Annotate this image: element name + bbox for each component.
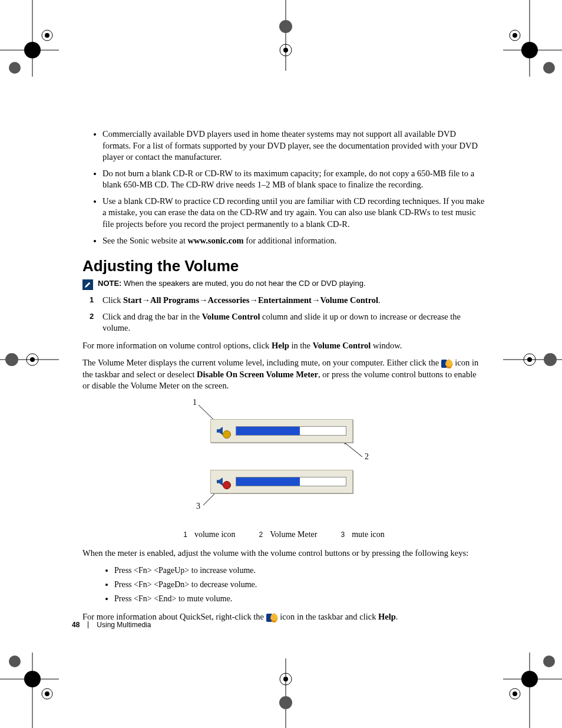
note-callout: NOTE: When the speakers are muted, you d… — [82, 279, 485, 290]
legend-text: mute icon — [352, 530, 385, 539]
legend-num: 3 — [340, 531, 345, 539]
legend-num: 2 — [259, 531, 263, 539]
footer-section: Using Multimedia — [97, 621, 151, 629]
note-text: NOTE: When the speakers are muted, you d… — [98, 279, 366, 289]
page-number: 48 — [72, 621, 80, 629]
text: in the — [289, 341, 313, 350]
svg-point-38 — [513, 691, 517, 696]
step-item: Click and drag the bar in the Volume Con… — [103, 311, 485, 334]
list-item: Press <Fn> <End> to mute volume. — [114, 594, 485, 604]
mute-icon — [217, 475, 230, 488]
text-bold: Help — [272, 341, 289, 350]
text: The Volume Meter displays the current vo… — [82, 358, 441, 367]
crop-mark-icon — [259, 653, 312, 706]
steps-list: Click Start→All Programs→Accessories→Ent… — [82, 295, 485, 334]
list-item: Use a blank CD-RW to practice CD recordi… — [103, 196, 485, 230]
list-item: Do not burn a blank CD-R or CD-RW to its… — [103, 168, 485, 191]
crop-mark-icon — [6, 653, 59, 706]
text: Click — [103, 295, 123, 305]
quickset-icon — [266, 613, 278, 622]
volume-meter-diagram: 1 2 3 — [157, 398, 411, 522]
text-bold: Help — [378, 612, 396, 621]
callout-lines — [157, 398, 411, 522]
intro-bullet-list: Commercially available DVD players used … — [82, 129, 485, 246]
text: Click and drag the bar in the — [103, 312, 202, 321]
legend-text: Volume Meter — [270, 530, 317, 539]
svg-point-23 — [279, 696, 292, 709]
body-paragraph: For more information on volume control o… — [82, 340, 485, 352]
crop-mark-icon — [503, 653, 556, 706]
text: . — [378, 295, 381, 305]
volume-icon — [217, 424, 230, 437]
note-body: When the speakers are muted, you do not … — [124, 279, 365, 288]
menu-path: Start→All Programs→Accessories→Entertain… — [123, 295, 378, 305]
diagram-legend: 1volume icon 2Volume Meter 3mute icon — [82, 530, 485, 539]
legend-num: 1 — [183, 531, 187, 539]
body-paragraph: When the meter is enabled, adjust the vo… — [82, 548, 485, 559]
text-bold: Disable On Screen Volume Meter — [197, 370, 318, 379]
text: icon in the taskbar and click — [278, 612, 378, 621]
text-bold: Volume Control — [313, 341, 371, 350]
sonic-url: www.sonic.com — [188, 236, 244, 245]
text: window. — [371, 341, 402, 350]
text: For more information about QuickSet, rig… — [82, 612, 266, 621]
body-paragraph: The Volume Meter displays the current vo… — [82, 357, 485, 392]
note-pencil-icon — [82, 279, 93, 290]
text: For more information on volume control o… — [82, 341, 272, 350]
text: . — [396, 612, 398, 621]
list-item: Press <Fn> <PageUp> to increase volume. — [114, 565, 485, 576]
callout-number: 2 — [365, 452, 369, 462]
callout-number: 1 — [193, 398, 197, 407]
volume-bar-fill — [236, 477, 300, 486]
list-item: Press <Fn> <PageDn> to decrease volume. — [114, 579, 485, 590]
text: See the Sonic website at — [103, 236, 188, 245]
volume-bar — [236, 426, 346, 436]
footer-separator — [88, 621, 88, 628]
svg-point-39 — [543, 655, 555, 667]
volume-bar-fill — [236, 427, 300, 435]
volume-meter-muted — [210, 470, 353, 493]
list-item: Commercially available DVD players used … — [103, 129, 485, 163]
svg-point-22 — [283, 677, 288, 681]
text: for additional information. — [244, 236, 337, 245]
legend-item: 2Volume Meter — [259, 530, 318, 539]
note-label: NOTE: — [98, 279, 124, 288]
svg-point-12 — [24, 671, 41, 687]
volume-meter-unmuted — [210, 419, 353, 443]
legend-text: volume icon — [194, 530, 236, 539]
volume-bar — [236, 477, 346, 486]
list-item: See the Sonic website at www.sonic.com f… — [103, 235, 485, 247]
quickset-icon — [441, 359, 453, 368]
step-item: Click Start→All Programs→Accessories→Ent… — [103, 295, 485, 307]
section-heading: Adjusting the Volume — [82, 257, 485, 275]
callout-number: 3 — [196, 502, 200, 511]
legend-item: 3mute icon — [340, 530, 384, 539]
legend-item: 1volume icon — [183, 530, 235, 539]
page-footer: 48 Using Multimedia — [72, 621, 151, 629]
svg-point-36 — [521, 671, 538, 687]
key-combo-list: Press <Fn> <PageUp> to increase volume. … — [82, 565, 485, 605]
svg-point-14 — [45, 691, 49, 696]
text-bold: Volume Control — [202, 312, 260, 321]
svg-point-15 — [9, 655, 21, 667]
